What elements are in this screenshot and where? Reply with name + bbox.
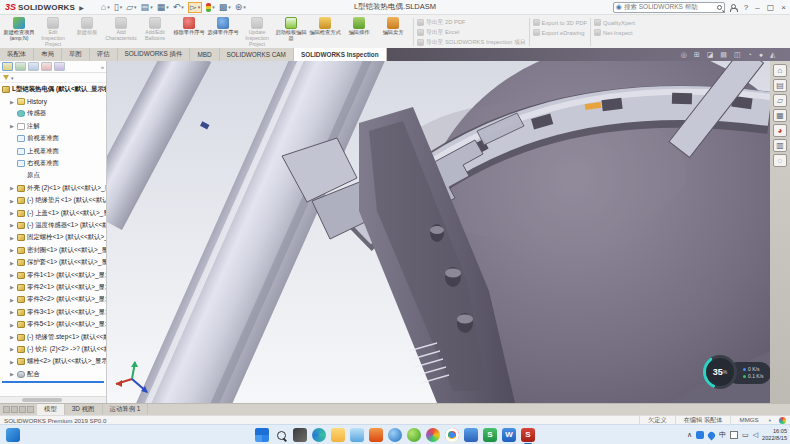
tabs-overflow-arrow-icon[interactable]: »: [101, 64, 104, 70]
ime-mode-icon[interactable]: [730, 431, 738, 439]
green-app-icon[interactable]: [407, 428, 421, 442]
ime-language-indicator[interactable]: 中: [719, 430, 726, 440]
scrollbar-thumb[interactable]: [22, 398, 62, 402]
pane-split-buttons[interactable]: [0, 404, 37, 415]
模型[interactable]: 模型: [37, 404, 65, 415]
export-button[interactable]: QualityXpert: [594, 18, 635, 27]
编辑检查方式[interactable]: 编辑检查方式: [308, 16, 342, 48]
编辑操作[interactable]: 编辑操作: [342, 16, 376, 48]
file-explorer-icon[interactable]: [331, 428, 345, 442]
solidworks-resources-icon[interactable]: ⌂: [773, 64, 787, 77]
tree-node[interactable]: ▶ (-) 铰片 (2)<2> ->? (默认<<默认>: [0, 343, 106, 355]
zoom-fit-icon[interactable]: ◎: [681, 51, 687, 58]
select-arrow-icon[interactable]: ▻▾: [188, 2, 202, 13]
tree-node[interactable]: ▶ 零件2<2> (默认<<默认>_显示状态: [0, 294, 106, 306]
blue-app-icon[interactable]: [464, 428, 478, 442]
Edit Inspection Project[interactable]: Edit Inspection Project: [36, 16, 70, 48]
help-search-input[interactable]: ◉ 搜索 SOLIDWORKS 帮助: [613, 2, 725, 13]
onedrive-tray-icon[interactable]: [696, 431, 704, 439]
solidworks-app-icon[interactable]: S: [521, 428, 535, 442]
restore-button[interactable]: ▢: [767, 3, 775, 12]
hide-show-items-icon[interactable]: ◔: [748, 51, 752, 58]
tree-node[interactable]: ▶ 原点: [0, 170, 106, 182]
start-button[interactable]: [255, 428, 269, 442]
评估[interactable]: 评估: [90, 48, 118, 61]
home-icon[interactable]: ⌂▾: [101, 3, 110, 12]
expand-arrow-icon[interactable]: ▶: [10, 198, 15, 204]
onedrive-icon[interactable]: [388, 428, 402, 442]
expand-arrow-icon[interactable]: ▶: [10, 334, 15, 340]
tree-node[interactable]: ▶ 固定螺栓<1> (默认<<默认>_显示状: [0, 232, 106, 244]
zoom-area-icon[interactable]: ⊞: [694, 51, 700, 58]
units-caret-icon[interactable]: ▾: [769, 418, 771, 423]
expand-arrow-icon[interactable]: ▶: [10, 346, 15, 352]
tree-node[interactable]: ▶ (-) 温度传感器<1> (默认<<默认>_: [0, 219, 106, 231]
编辑卖方[interactable]: 编辑卖方: [376, 16, 410, 48]
search-icon[interactable]: [274, 428, 288, 442]
expand-arrow-icon[interactable]: ▶: [10, 297, 15, 303]
tree-node[interactable]: ▶ 传感器: [0, 108, 106, 120]
task-view-icon[interactable]: [293, 428, 307, 442]
export-button[interactable]: Export to 3D PDF: [533, 18, 587, 27]
undo-icon[interactable]: ↶▾: [173, 3, 184, 12]
启动模板编辑器[interactable]: 启动模板编辑器: [274, 16, 308, 48]
feature-tree-tab[interactable]: [2, 62, 13, 71]
tree-node[interactable]: ▶ 外壳 (2)<1> (默认<<默认>_显示状: [0, 182, 106, 194]
custom-status-icon[interactable]: [779, 417, 786, 424]
display-manager-tab[interactable]: [54, 62, 65, 71]
export-button[interactable]: Net-Inspect: [594, 28, 635, 37]
wps-icon[interactable]: W: [502, 428, 516, 442]
SOLIDWORKS CAM[interactable]: SOLIDWORKS CAM: [220, 48, 294, 61]
expand-arrow-icon[interactable]: ▶: [10, 222, 15, 228]
tree-node[interactable]: ▶ 配合: [0, 368, 106, 380]
expand-arrow-icon[interactable]: ▶: [10, 284, 15, 290]
Add/Edit Balloons[interactable]: Add/Edit Balloons: [138, 16, 172, 48]
green-s-app-icon[interactable]: S: [483, 428, 497, 442]
tree-node[interactable]: ▶ 零件3<1> (默认<<默认>_显示状态: [0, 306, 106, 318]
view-orientation-icon[interactable]: ▤: [720, 51, 727, 58]
save-icon[interactable]: ▤▾: [141, 3, 153, 12]
print-icon[interactable]: ▦▾: [157, 3, 169, 12]
expand-arrow-icon[interactable]: ▶: [10, 99, 15, 105]
forum-icon[interactable]: ◌: [773, 154, 787, 167]
布局[interactable]: 布局: [34, 48, 62, 61]
help-button[interactable]: ?: [744, 3, 748, 12]
expand-arrow-icon[interactable]: ▶: [10, 123, 15, 129]
display-settings-icon[interactable]: ▩▾: [219, 3, 231, 12]
new-document-icon[interactable]: ▯▾: [114, 3, 122, 12]
export-button[interactable]: 导出至 2D PDF: [417, 18, 526, 27]
Update Inspection Project[interactable]: Update Inspection Project: [240, 16, 274, 48]
options-gear-icon[interactable]: ⊛▾: [235, 3, 246, 12]
expand-arrow-icon[interactable]: ▶: [10, 272, 15, 278]
新建模板[interactable]: 新建模板: [70, 16, 104, 48]
tree-node[interactable]: ▶ 螺栓<2> (默认<<默认>_显示状态: [0, 356, 106, 368]
edge-icon[interactable]: [312, 428, 326, 442]
filter-funnel-icon[interactable]: [3, 75, 9, 80]
menu-flyout-arrow-icon[interactable]: ▶: [79, 4, 84, 11]
view-palette-icon[interactable]: ▦: [773, 109, 787, 122]
tree-node[interactable]: ▶ 右视基准面: [0, 157, 106, 169]
tree-node[interactable]: ▶ 零件2<1> (默认<<默认>_显示状态: [0, 281, 106, 293]
section-view-icon[interactable]: ◪: [707, 51, 714, 58]
custom-properties-icon[interactable]: ▥: [773, 139, 787, 152]
tree-node[interactable]: ▶ History: [0, 95, 106, 107]
Add Characteristic[interactable]: Add Characteristic: [104, 16, 138, 48]
open-icon[interactable]: ▱▾: [126, 3, 136, 12]
export-button[interactable]: 导出至 Excel: [417, 28, 526, 37]
tree-node[interactable]: ▶ 上视基准面: [0, 145, 106, 157]
design-library-icon[interactable]: ▤: [773, 79, 787, 92]
expand-arrow-icon[interactable]: ▶: [10, 322, 15, 328]
rebuild-traffic-light-icon[interactable]: ▾: [206, 3, 215, 12]
tree-horizontal-scrollbar[interactable]: [0, 396, 107, 403]
filter-caret-icon[interactable]: ▾: [11, 75, 14, 81]
display-style-icon[interactable]: ◫: [734, 51, 741, 58]
选择零件序号[interactable]: 选择零件序号: [206, 16, 240, 48]
expand-arrow-icon[interactable]: ▶: [10, 247, 15, 253]
expand-arrow-icon[interactable]: ▶: [10, 210, 15, 216]
tree-node[interactable]: ▶ (-) 绝缘垫片<1> (默认<<默认>_显: [0, 195, 106, 207]
dimxpert-manager-tab[interactable]: [41, 62, 52, 71]
expand-arrow-icon[interactable]: ▶: [10, 309, 15, 315]
search-magnifier-icon[interactable]: [717, 5, 722, 10]
volume-icon[interactable]: ◁: [753, 431, 758, 439]
location-icon[interactable]: [707, 430, 717, 440]
